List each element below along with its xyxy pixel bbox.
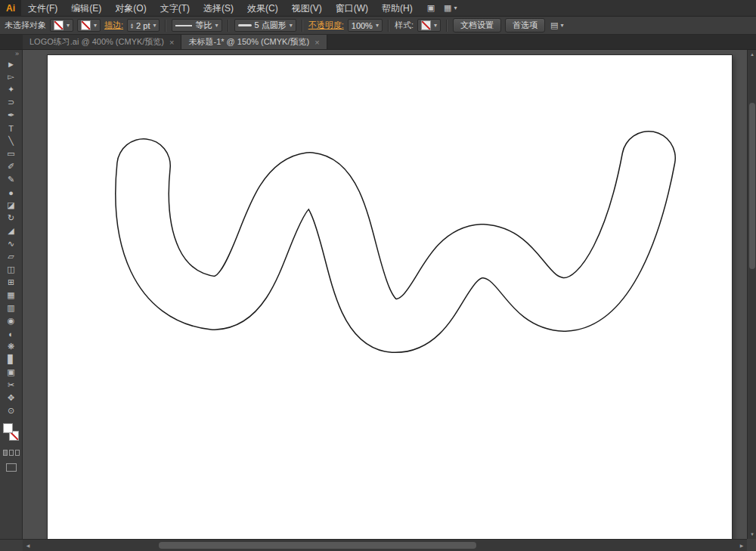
paintbrush-tool[interactable]: ✐ <box>2 160 20 173</box>
width-tool[interactable]: ∿ <box>2 237 20 250</box>
fill-color-chip[interactable] <box>3 423 13 433</box>
magic-wand-tool[interactable]: ✦ <box>2 83 20 96</box>
pencil-tool[interactable]: ✎ <box>2 173 20 186</box>
symbol-sprayer-tool[interactable]: ❋ <box>2 340 20 353</box>
selection-status: 未选择对象 <box>5 20 46 31</box>
menu-item-edit[interactable]: 编辑(E) <box>64 0 108 17</box>
horizontal-scroll-thumb[interactable] <box>159 542 476 549</box>
chevron-down-icon: ▾ <box>454 5 457 11</box>
spinner-down-icon[interactable]: ▾ <box>131 26 133 29</box>
toolbar-bottom-filler <box>0 539 23 551</box>
drawing-modes <box>3 450 20 456</box>
stroke-weight-spinner[interactable]: ▴ ▾ <box>131 23 133 29</box>
rotate-tool[interactable]: ↻ <box>2 212 20 224</box>
blob-brush-tool[interactable]: ● <box>2 186 20 199</box>
control-panel-menu-button[interactable]: ▤ ▾ <box>550 20 563 30</box>
scale-tool[interactable]: ◢ <box>2 224 20 237</box>
fill-none-swatch-icon <box>54 20 64 30</box>
brush-definition-dropdown[interactable]: 5 点圆形 ▾ <box>234 19 296 32</box>
column-graph-tool[interactable]: ▊ <box>2 353 20 366</box>
fill-stroke-indicator[interactable] <box>2 423 20 443</box>
artwork-svg <box>48 55 732 539</box>
scroll-left-icon[interactable]: ◀ <box>23 540 33 551</box>
menu-bar: Ai 文件(F)编辑(E)对象(O)文字(T)选择(S)效果(C)视图(V)窗口… <box>0 0 756 17</box>
gradient-tool[interactable]: ▥ <box>2 302 20 314</box>
separator <box>228 20 229 32</box>
opacity-field[interactable]: 100% ▾ <box>348 19 383 32</box>
rectangle-tool[interactable]: ▭ <box>2 147 20 160</box>
pasteboard[interactable] <box>23 50 747 539</box>
eraser-tool[interactable]: ◪ <box>2 199 20 212</box>
menu-item-object[interactable]: 对象(O) <box>108 0 153 17</box>
vertical-scroll-thumb[interactable] <box>749 103 755 269</box>
tab-close-icon[interactable]: × <box>314 38 319 47</box>
chevron-down-icon: ▾ <box>215 23 218 29</box>
stroke-none-swatch-icon <box>81 20 91 30</box>
toolbar-collapse-button[interactable]: » <box>15 51 19 57</box>
draw-normal-mode-button[interactable] <box>3 450 8 456</box>
menu-item-type[interactable]: 文字(T) <box>153 0 197 17</box>
width-profile-dropdown[interactable]: 等比 ▾ <box>172 19 222 32</box>
zoom-tool[interactable]: ⊙ <box>2 404 20 417</box>
type-tool[interactable]: T <box>2 122 20 135</box>
selection-tool[interactable]: ► <box>2 57 20 70</box>
stroke-weight-field[interactable]: ▴ ▾ 2 pt ▾ <box>127 19 160 32</box>
stroke-weight-value: 2 pt <box>136 21 150 30</box>
lasso-tool[interactable]: ⊃ <box>2 96 20 109</box>
artboard-tool[interactable]: ▣ <box>2 366 20 379</box>
pen-tool[interactable]: ✒ <box>2 109 20 122</box>
separator <box>302 20 303 32</box>
tab-close-icon[interactable]: × <box>169 38 174 47</box>
free-transform-tool[interactable]: ▱ <box>2 250 20 263</box>
change-screen-mode-button[interactable] <box>6 463 17 472</box>
eyedropper-tool[interactable]: ◉ <box>2 314 20 327</box>
chevron-down-icon: ▾ <box>94 23 97 29</box>
style-label: 样式: <box>395 20 414 31</box>
artboard[interactable] <box>48 55 732 539</box>
menu-item-select[interactable]: 选择(S) <box>197 0 240 17</box>
style-dropdown[interactable]: ▾ <box>417 19 441 32</box>
hand-tool[interactable]: ✥ <box>2 392 20 404</box>
tools-panel: » ►▻✦⊃✒T╲▭✐✎●◪↻◢∿▱◫⊞▦▥◉◐❋▊▣✂✥⊙ <box>0 50 23 551</box>
stroke-color-picker[interactable]: ▾ <box>77 19 101 32</box>
menu-item-help[interactable]: 帮助(H) <box>375 0 420 17</box>
tabbar: LOGO练习.ai @ 400% (CMYK/预览)×未标题-1* @ 150%… <box>0 35 756 50</box>
document-layout-button[interactable]: ▦ ▾ <box>444 3 457 13</box>
document-tab-1[interactable]: LOGO练习.ai @ 400% (CMYK/预览)× <box>23 35 181 49</box>
separator <box>165 20 166 32</box>
arrange-documents-button[interactable]: ▣ <box>427 3 435 13</box>
separator <box>446 20 448 32</box>
scroll-down-icon[interactable]: ▼ <box>748 530 756 539</box>
draw-behind-mode-button[interactable] <box>9 450 14 456</box>
document-setup-button[interactable]: 文档设置 <box>453 18 501 33</box>
blend-tool[interactable]: ◐ <box>2 327 20 340</box>
stroke-panel-link[interactable]: 描边: <box>104 20 123 31</box>
chevron-down-icon: ▾ <box>560 23 563 29</box>
line-segment-tool[interactable]: ╲ <box>2 135 20 147</box>
scroll-right-icon[interactable]: ▶ <box>736 540 747 551</box>
chevron-down-icon: ▾ <box>434 23 437 29</box>
preferences-button[interactable]: 首选项 <box>505 18 545 33</box>
illustrator-window: { "app": { "logo_text": "Ai" }, "ui": { … <box>0 0 756 551</box>
menu-item-effect[interactable]: 效果(C) <box>240 0 285 17</box>
w-shape-inner-fill[interactable] <box>142 158 649 326</box>
style-swatch-icon <box>421 20 431 30</box>
uniform-profile-icon <box>175 25 192 26</box>
vertical-scrollbar[interactable]: ▲ ▼ <box>747 50 756 539</box>
direct-selection-tool[interactable]: ▻ <box>2 70 20 83</box>
menu-item-window[interactable]: 窗口(W) <box>329 0 375 17</box>
mesh-tool[interactable]: ▦ <box>2 289 20 302</box>
perspective-grid-tool[interactable]: ⊞ <box>2 276 20 289</box>
tab-title: LOGO练习.ai @ 400% (CMYK/预览) <box>29 36 164 48</box>
shape-builder-tool[interactable]: ◫ <box>2 263 20 276</box>
fill-color-picker[interactable]: ▾ <box>50 19 73 32</box>
horizontal-scrollbar[interactable]: ◀ ▶ <box>23 539 747 551</box>
document-tab-2[interactable]: 未标题-1* @ 150% (CMYK/预览)× <box>181 35 327 49</box>
scroll-up-icon[interactable]: ▲ <box>748 50 756 59</box>
app-logo-icon[interactable]: Ai <box>0 0 21 17</box>
opacity-panel-link[interactable]: 不透明度: <box>308 20 344 31</box>
menu-item-view[interactable]: 视图(V) <box>285 0 329 17</box>
slice-tool[interactable]: ✂ <box>2 379 20 392</box>
draw-inside-mode-button[interactable] <box>15 450 20 456</box>
menu-item-file[interactable]: 文件(F) <box>21 0 64 17</box>
